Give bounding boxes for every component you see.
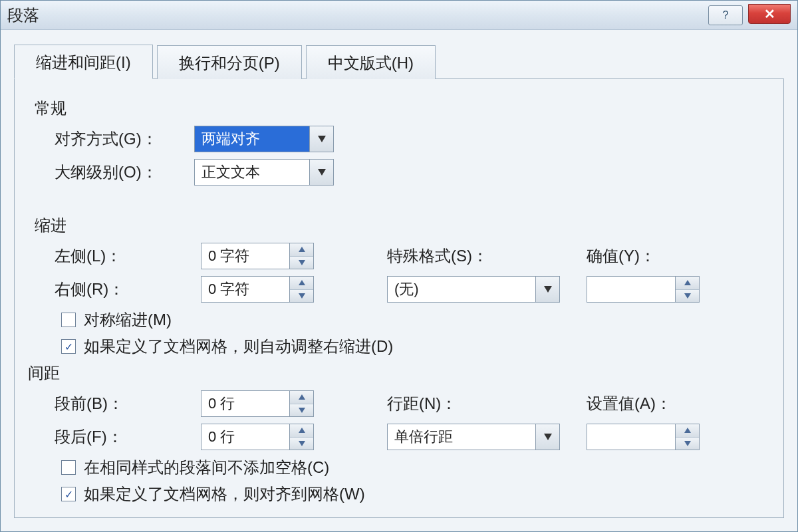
indent-right-label: 右侧(R)：: [55, 279, 201, 300]
spin-down-button[interactable]: [676, 438, 699, 450]
spin-up-icon: [299, 394, 305, 400]
line-spacing-combo[interactable]: 单倍行距: [387, 424, 560, 450]
chevron-down-icon: [544, 286, 552, 293]
spin-down-button[interactable]: [290, 257, 313, 269]
spin-down-button[interactable]: [290, 404, 313, 417]
special-format-value: (无): [388, 277, 535, 302]
at-value-label: 设置值(A)：: [587, 393, 706, 414]
before-spacing-value: 0 行: [201, 391, 289, 416]
spin-up-icon: [299, 247, 305, 252]
spin-up-icon: [299, 428, 305, 433]
spin-down-icon: [299, 260, 305, 265]
tab-indent-spacing[interactable]: 缩进和间距(I): [14, 45, 153, 79]
at-value: [587, 434, 675, 440]
content-area: 缩进和间距(I) 换行和分页(P) 中文版式(H) 常规 对齐方式(G)： 两端…: [1, 30, 797, 531]
mirror-indent-checkbox[interactable]: [61, 313, 76, 327]
section-general-title: 常规: [35, 98, 763, 119]
indent-by-label: 确值(Y)：: [587, 245, 706, 267]
line-spacing-value: 单倍行距: [388, 424, 535, 450]
close-icon: ✕: [764, 6, 775, 22]
indent-right-value: 0 字符: [201, 277, 289, 302]
outline-label: 大纲级别(O)：: [55, 162, 194, 183]
tab-line-pagebreak[interactable]: 换行和分页(P): [157, 45, 302, 79]
spin-up-button[interactable]: [290, 277, 313, 290]
indent-left-label: 左侧(L)：: [55, 245, 201, 267]
spin-up-button[interactable]: [676, 424, 699, 438]
spin-down-icon: [299, 293, 305, 299]
indent-by-spinner[interactable]: [587, 276, 700, 303]
paragraph-dialog: 段落 ? ✕ 缩进和间距(I) 换行和分页(P) 中文版式(H) 常规 对齐方式…: [0, 0, 798, 532]
indent-by-value: [587, 287, 675, 292]
after-spacing-label: 段后(F)：: [55, 426, 201, 448]
window-buttons: ? ✕: [708, 5, 791, 25]
section-indent-title: 缩进: [35, 215, 763, 236]
special-format-label: 特殊格式(S)：: [387, 245, 533, 267]
at-value-spinner[interactable]: [587, 424, 700, 450]
alignment-value: 两端对齐: [195, 126, 309, 152]
spin-down-icon: [299, 441, 305, 446]
no-space-same-style-label: 在相同样式的段落间不添加空格(C): [84, 457, 329, 478]
after-spacing-value: 0 行: [201, 424, 289, 450]
spin-up-button[interactable]: [676, 277, 699, 290]
chevron-down-icon: [318, 169, 326, 176]
outline-combo[interactable]: 正文文本: [194, 159, 334, 186]
alignment-combo[interactable]: 两端对齐: [194, 126, 334, 152]
alignment-label: 对齐方式(G)：: [55, 128, 194, 150]
spin-up-button[interactable]: [290, 391, 313, 404]
spin-up-icon: [684, 428, 691, 433]
close-button[interactable]: ✕: [748, 4, 791, 24]
spin-down-icon: [299, 408, 305, 413]
spin-down-icon: [684, 293, 691, 299]
special-format-combo[interactable]: (无): [387, 276, 560, 303]
indent-left-value: 0 字符: [201, 243, 289, 269]
chevron-down-icon: [318, 136, 326, 142]
spin-up-button[interactable]: [290, 424, 313, 438]
indent-left-spinner[interactable]: 0 字符: [201, 243, 314, 269]
outline-dropdown-button[interactable]: [309, 160, 333, 185]
spin-down-button[interactable]: [290, 290, 313, 303]
spin-down-button[interactable]: [290, 438, 313, 450]
spin-up-icon: [299, 280, 305, 285]
help-button[interactable]: ?: [708, 5, 743, 25]
no-space-same-style-checkbox[interactable]: [61, 460, 76, 475]
mirror-indent-label: 对称缩进(M): [84, 309, 172, 331]
spin-up-button[interactable]: [290, 243, 313, 257]
auto-adjust-label: 如果定义了文档网格，则自动调整右缩进(D): [84, 336, 393, 357]
snap-to-grid-label: 如果定义了文档网格，则对齐到网格(W): [84, 483, 365, 505]
alignment-dropdown-button[interactable]: [309, 126, 333, 152]
section-spacing-title: 间距: [28, 362, 763, 384]
dialog-title: 段落: [7, 5, 708, 26]
line-spacing-label: 行距(N)：: [387, 393, 533, 414]
spin-down-icon: [684, 441, 691, 446]
special-dropdown-button[interactable]: [535, 277, 559, 302]
titlebar[interactable]: 段落 ? ✕: [1, 1, 797, 30]
indent-right-spinner[interactable]: 0 字符: [201, 276, 314, 303]
auto-adjust-checkbox[interactable]: ✓: [61, 339, 76, 354]
tabpanel-indent-spacing: 常规 对齐方式(G)： 两端对齐 大纲级别(O)： 正文文本 缩进 左侧(L)：: [14, 79, 784, 518]
spin-up-icon: [684, 280, 691, 285]
tab-chinese-layout[interactable]: 中文版式(H): [306, 45, 436, 79]
help-icon: ?: [723, 9, 729, 21]
after-spacing-spinner[interactable]: 0 行: [201, 424, 314, 450]
chevron-down-icon: [544, 434, 552, 440]
snap-to-grid-checkbox[interactable]: ✓: [61, 487, 76, 501]
outline-value: 正文文本: [195, 160, 309, 185]
line-spacing-dropdown-button[interactable]: [535, 424, 559, 450]
before-spacing-label: 段前(B)：: [55, 393, 201, 414]
tab-strip: 缩进和间距(I) 换行和分页(P) 中文版式(H): [14, 45, 784, 79]
spin-down-button[interactable]: [676, 290, 699, 303]
before-spacing-spinner[interactable]: 0 行: [201, 390, 314, 417]
